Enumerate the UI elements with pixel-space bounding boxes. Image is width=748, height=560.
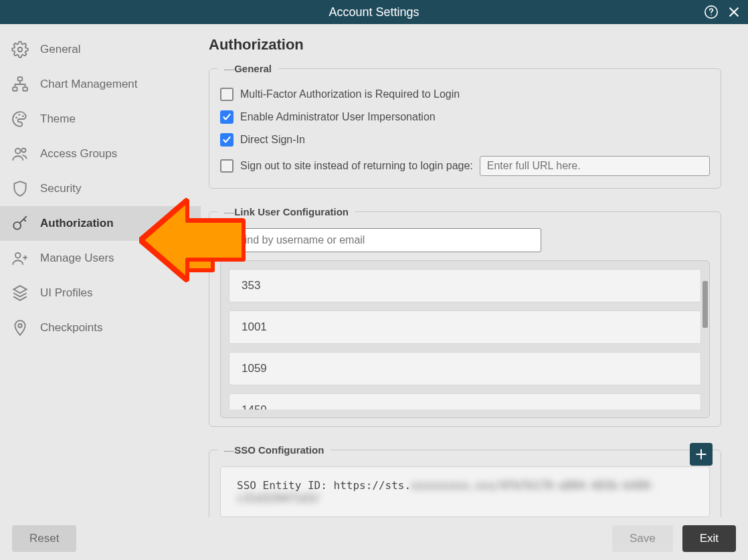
key-icon: [11, 214, 29, 233]
svg-point-8: [22, 115, 24, 117]
checkbox-label: Sign out to site instead of returning to…: [240, 160, 473, 172]
sso-entity-label: SSO Entity ID:: [237, 479, 327, 492]
checkbox-label: Multi-Factor Authorization is Required t…: [240, 88, 460, 100]
reset-button[interactable]: Reset: [12, 525, 76, 552]
svg-rect-4: [13, 87, 17, 90]
sso-entity-visible: https://sts.: [334, 479, 411, 492]
svg-point-13: [18, 324, 21, 327]
sidebar-item-access-groups[interactable]: Access Groups: [0, 136, 201, 171]
user-row[interactable]: 1059: [229, 352, 701, 385]
sidebar: General Chart Management Theme Access Gr…: [0, 24, 201, 517]
page-title: Authorization: [209, 36, 733, 54]
checkbox-label: Direct Sign-In: [240, 134, 305, 146]
user-plus-icon: [11, 249, 29, 268]
window-title: Account Settings: [329, 5, 419, 19]
svg-point-14: [227, 236, 235, 243]
sidebar-item-label: Checkpoints: [40, 321, 103, 335]
group-sso: SSO Configuration SSO Entity ID: https:/…: [209, 444, 721, 517]
signout-url-input[interactable]: [480, 156, 710, 176]
sidebar-item-label: Theme: [40, 112, 76, 126]
sso-entity-card[interactable]: SSO Entity ID: https://sts.xxxxxxxxx.xxx…: [220, 466, 710, 517]
sidebar-item-general[interactable]: General: [0, 32, 201, 67]
svg-point-7: [19, 114, 21, 116]
svg-rect-3: [18, 77, 23, 80]
group-legend: General: [217, 63, 278, 74]
checkbox-direct-signin[interactable]: [220, 133, 233, 147]
exit-button[interactable]: Exit: [682, 525, 736, 552]
sidebar-item-label: General: [40, 43, 80, 56]
sidebar-item-label: Access Groups: [40, 147, 117, 161]
group-general: General Multi-Factor Authorization is Re…: [209, 63, 721, 189]
checkbox-signout-to-site[interactable]: [220, 159, 233, 173]
sidebar-item-label: Manage Users: [40, 252, 114, 265]
group-link-user: Link User Configuration 353 1001 1059 14…: [209, 206, 721, 427]
orgchart-icon: [11, 75, 29, 94]
user-row[interactable]: 353: [229, 269, 701, 302]
users-icon: [11, 145, 29, 163]
sidebar-item-chart-management[interactable]: Chart Management: [0, 67, 201, 102]
svg-point-12: [15, 253, 21, 258]
group-legend: SSO Configuration: [217, 444, 331, 456]
sidebar-item-theme[interactable]: Theme: [0, 102, 201, 136]
settings-scroll[interactable]: General Multi-Factor Authorization is Re…: [209, 63, 724, 517]
help-icon[interactable]: [704, 5, 719, 19]
save-button[interactable]: Save: [612, 525, 673, 552]
sidebar-item-authorization[interactable]: Authorization: [0, 206, 201, 241]
sidebar-item-ui-profiles[interactable]: UI Profiles: [0, 276, 201, 310]
user-row[interactable]: 1001: [229, 310, 701, 344]
scrollbar-thumb[interactable]: [703, 281, 708, 328]
svg-point-6: [15, 117, 17, 119]
plus-icon: [694, 448, 708, 461]
checkbox-mfa[interactable]: [220, 88, 233, 101]
shield-icon: [11, 179, 29, 198]
titlebar: Account Settings: [0, 0, 748, 24]
svg-point-1: [711, 15, 711, 15]
sidebar-item-label: Authorization: [40, 217, 114, 230]
sidebar-item-label: Security: [40, 182, 81, 195]
sidebar-item-security[interactable]: Security: [0, 171, 201, 206]
svg-point-2: [18, 48, 23, 52]
main-panel: Authorization General Multi-Factor Autho…: [201, 24, 748, 517]
user-search[interactable]: [220, 228, 541, 252]
user-search-input[interactable]: [238, 234, 535, 246]
layers-icon: [11, 284, 29, 302]
close-icon[interactable]: [727, 5, 741, 19]
sidebar-item-label: Chart Management: [40, 78, 138, 91]
sidebar-item-label: UI Profiles: [40, 286, 92, 300]
sidebar-item-checkpoints[interactable]: Checkpoints: [0, 310, 201, 345]
palette-icon: [11, 110, 29, 128]
search-icon: [226, 234, 238, 246]
add-sso-button[interactable]: [690, 443, 713, 466]
user-list: 353 1001 1059 1450: [229, 269, 701, 409]
svg-point-10: [21, 149, 25, 153]
gear-icon: [11, 40, 29, 59]
checkbox-label: Enable Administrator User Impersonation: [240, 111, 436, 123]
pin-icon: [11, 318, 29, 337]
footer: Reset Save Exit: [0, 517, 748, 560]
checkbox-impersonation[interactable]: [220, 110, 233, 124]
svg-point-9: [15, 149, 21, 154]
group-legend: Link User Configuration: [217, 206, 355, 217]
user-row[interactable]: 1450: [229, 393, 701, 409]
sidebar-item-manage-users[interactable]: Manage Users: [0, 241, 201, 276]
svg-point-11: [13, 222, 21, 229]
svg-rect-5: [23, 87, 27, 90]
